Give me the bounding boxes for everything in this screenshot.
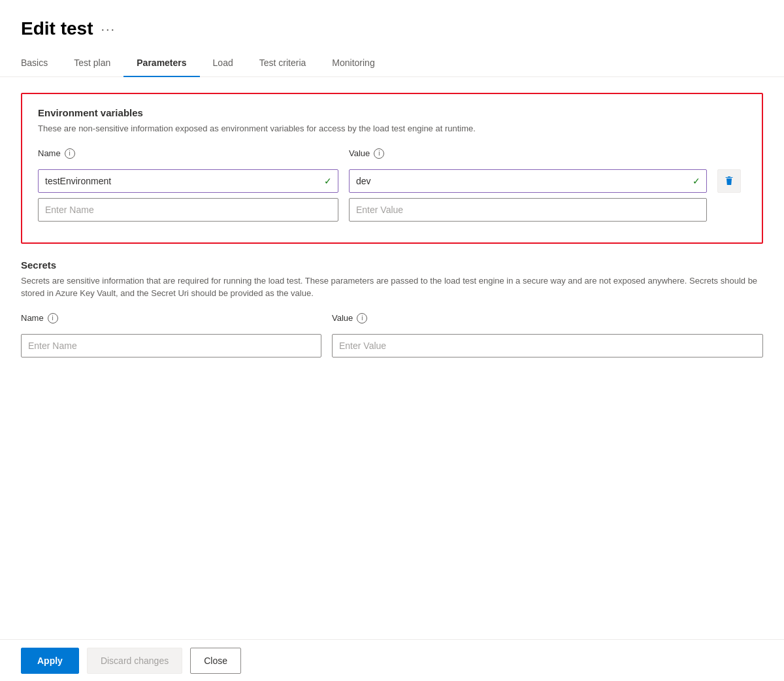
env-variables-section: Environment variables These are non-sens… <box>21 93 763 244</box>
env-name-info-icon[interactable]: i <box>65 148 75 159</box>
env-row-0-value-col: ✓ <box>349 169 707 193</box>
secrets-section-description: Secrets are sensitive information that a… <box>21 274 763 300</box>
tab-parameters[interactable]: Parameters <box>123 50 199 77</box>
secrets-field-headers: Name i Value i <box>21 313 763 329</box>
env-empty-value-wrapper <box>349 198 707 222</box>
env-value-label: Value i <box>349 148 707 159</box>
tab-basics[interactable]: Basics <box>21 50 61 77</box>
env-row-0-delete-button[interactable] <box>717 169 741 193</box>
main-content: Environment variables These are non-sens… <box>0 77 784 425</box>
env-empty-row <box>38 198 746 222</box>
env-empty-name-col <box>38 198 338 222</box>
apply-button[interactable]: Apply <box>21 648 79 674</box>
env-empty-value-input[interactable] <box>349 198 707 222</box>
tab-test-criteria[interactable]: Test criteria <box>246 50 319 77</box>
secrets-empty-name-wrapper <box>21 334 321 357</box>
env-name-label: Name i <box>38 148 338 159</box>
footer: Apply Discard changes Close <box>0 639 784 681</box>
discard-changes-button: Discard changes <box>87 648 182 674</box>
secrets-value-info-icon[interactable]: i <box>357 313 367 324</box>
secrets-empty-value-input[interactable] <box>332 334 763 357</box>
env-field-headers: Name i Value i <box>38 148 746 164</box>
secrets-empty-value-wrapper <box>332 334 763 357</box>
env-value-header-col: Value i <box>349 148 707 164</box>
page-title: Edit test <box>21 18 93 39</box>
secrets-section-title: Secrets <box>21 259 763 271</box>
secrets-value-header-col: Value i <box>332 313 763 329</box>
env-empty-value-col <box>349 198 707 222</box>
env-row-0-name-wrapper: ✓ <box>38 169 338 193</box>
tab-monitoring[interactable]: Monitoring <box>319 50 387 77</box>
env-value-info-icon[interactable]: i <box>374 148 384 159</box>
secrets-empty-row <box>21 334 763 357</box>
env-row-0-action-col <box>717 169 746 193</box>
more-options-button[interactable]: ··· <box>101 22 116 37</box>
secrets-value-label: Value i <box>332 313 763 324</box>
env-row-0: ✓ ✓ <box>38 169 746 193</box>
trash-icon <box>724 176 734 186</box>
env-empty-name-input[interactable] <box>38 198 338 222</box>
env-empty-name-wrapper <box>38 198 338 222</box>
secrets-empty-name-col <box>21 334 321 357</box>
env-row-0-name-col: ✓ <box>38 169 338 193</box>
env-section-description: These are non-sensitive information expo… <box>38 122 746 135</box>
env-row-0-name-input[interactable] <box>38 169 338 193</box>
secrets-name-label: Name i <box>21 313 321 324</box>
secrets-section: Secrets Secrets are sensitive informatio… <box>21 259 763 357</box>
tab-load[interactable]: Load <box>200 50 246 77</box>
page-header: Edit test ··· <box>0 0 784 50</box>
secrets-name-header-col: Name i <box>21 313 321 329</box>
env-row-0-value-wrapper: ✓ <box>349 169 707 193</box>
env-name-header-col: Name i <box>38 148 338 164</box>
env-row-0-value-input[interactable] <box>349 169 707 193</box>
secrets-name-info-icon[interactable]: i <box>48 313 58 324</box>
tabs-bar: Basics Test plan Parameters Load Test cr… <box>0 50 784 77</box>
close-button[interactable]: Close <box>190 648 241 674</box>
secrets-empty-value-col <box>332 334 763 357</box>
env-section-title: Environment variables <box>38 107 746 118</box>
secrets-empty-name-input[interactable] <box>21 334 321 357</box>
tab-test-plan[interactable]: Test plan <box>61 50 123 77</box>
